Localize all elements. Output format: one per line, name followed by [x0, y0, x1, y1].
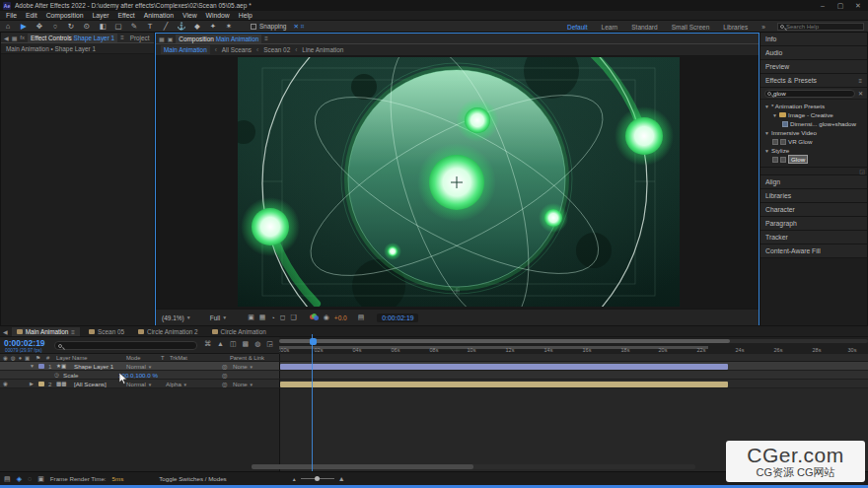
parent-pickwhip-icon[interactable]: ◎ [222, 381, 227, 387]
layer-track[interactable] [279, 380, 868, 387]
layer-name[interactable]: Shape Layer 1 [74, 363, 113, 370]
line-tool-icon[interactable]: ╱ [158, 22, 174, 31]
frame-blending-icon[interactable]: ▩ [243, 340, 250, 348]
close-button[interactable]: ✕ [851, 2, 865, 10]
clone-stamp-tool-icon[interactable]: ◆ [189, 22, 205, 31]
twirl-down-icon[interactable]: ▼ [764, 130, 769, 136]
twirl-down-icon[interactable]: ▼ [772, 112, 777, 118]
twirl-down-icon[interactable]: ▼ [764, 104, 769, 109]
time-navigator-thumb[interactable] [279, 339, 730, 343]
folder-icon[interactable]: ▣ [37, 475, 44, 483]
menu-composition[interactable]: Composition [46, 12, 84, 19]
playhead-line[interactable] [312, 334, 313, 471]
chevron-left-icon[interactable]: ◀ [3, 328, 8, 335]
layer-duration-bar[interactable] [280, 382, 728, 387]
crumb-scean-02[interactable]: Scean 02 [263, 46, 290, 53]
zoom-in-icon[interactable]: ▲ [338, 475, 345, 482]
menu-file[interactable]: File [6, 12, 17, 19]
tree-dimension-glow-shadow[interactable]: Dimensi... glow+shadow [760, 119, 867, 128]
scrollbar-thumb[interactable] [252, 464, 473, 469]
tree-immersive-video[interactable]: ▼ Immersive Video [760, 128, 867, 137]
layer-row-all-sceans[interactable]: ◉ ▶ 2 ▩▩ [All Sceans] Normal ▼ Alpha ▼ ◎… [0, 380, 868, 388]
channel-rgb-icon[interactable] [310, 314, 319, 321]
effects-search-field[interactable] [764, 90, 855, 98]
maximize-button[interactable]: ▢ [833, 2, 847, 10]
composition-canvas[interactable] [238, 57, 680, 307]
adjust-exposure-icon[interactable]: ◉ [324, 314, 329, 321]
property-track[interactable] [279, 371, 868, 379]
resolution-dropdown[interactable]: Full▼ [210, 314, 227, 321]
crumb-main-animation[interactable]: Main Animation [161, 45, 210, 54]
comment-icon[interactable]: ❑ [290, 314, 296, 321]
property-pickwhip-icon[interactable]: ◎ [222, 372, 227, 379]
home-tool-icon[interactable]: ⌂ [0, 22, 16, 31]
col-t[interactable]: T [161, 355, 165, 361]
help-search-input[interactable] [786, 24, 859, 30]
puppet-pin-tool-icon[interactable]: ✶ [221, 22, 237, 31]
trkmat-dropdown[interactable]: Alpha ▼ [166, 381, 187, 387]
time-ruler[interactable]: :00s 02s 04s 06s 08s 10s 12s 14s 16s 18s… [279, 337, 868, 354]
draft-3d-icon[interactable]: ▲ [217, 340, 224, 348]
snapping-options-icon[interactable]: ✕ ⌗ [293, 23, 304, 31]
panel-tracker[interactable]: Tracker [760, 231, 867, 244]
layer-name[interactable]: [All Sceans] [74, 381, 107, 387]
panel-paragraph[interactable]: Paragraph [760, 217, 867, 231]
workspace-standard[interactable]: Standard [631, 24, 657, 31]
snapping-checkbox[interactable] [251, 24, 256, 30]
layer-row-shape-layer-1[interactable]: ▼ 1 ★▣ Shape Layer 1 Normal ▼ ◎ None ▼ [0, 362, 868, 371]
property-name[interactable]: Scale [63, 372, 78, 379]
effects-search-input[interactable] [773, 90, 832, 97]
layer-color-swatch[interactable] [38, 382, 44, 386]
workspace-libraries[interactable]: Libraries [723, 24, 748, 31]
col-mode[interactable]: Mode [126, 355, 141, 361]
region-of-interest-icon[interactable]: ▣ [248, 314, 254, 321]
timeline-search-input[interactable] [64, 343, 182, 349]
col-parent-link[interactable]: Parent & Link [230, 355, 264, 361]
menu-effect[interactable]: Effect [117, 12, 134, 19]
motion-blur-icon[interactable]: ◍ [254, 340, 260, 348]
shy-layers-icon[interactable]: ◫ [230, 340, 237, 348]
minimize-button[interactable]: – [816, 2, 830, 9]
panel-menu-icon[interactable]: ≡ [71, 328, 75, 335]
exposure-value[interactable]: +0.0 [334, 314, 347, 321]
timeline-zoom-slider[interactable]: ▲ ▲ [292, 475, 345, 482]
tree-vr-glow[interactable]: VR Glow [760, 137, 867, 146]
menu-layer[interactable]: Layer [92, 12, 108, 19]
panel-menu-icon[interactable]: ≡ [264, 35, 268, 41]
tree-stylize[interactable]: ▼ Stylize [760, 146, 867, 155]
panel-content-aware-fill[interactable]: Content-Aware Fill [760, 244, 867, 258]
orbit-camera-tool-icon[interactable]: ↻ [63, 22, 79, 31]
magnification-dropdown[interactable]: (49.1%)▼ [162, 314, 191, 321]
playhead-grip[interactable] [310, 338, 317, 345]
toggle-switches-button[interactable]: Toggle Switches / Modes [159, 475, 226, 482]
col-trkmat[interactable]: TrkMat [170, 355, 187, 361]
zoom-slider-knob[interactable] [315, 476, 320, 481]
workspace-learn[interactable]: Learn [602, 24, 618, 31]
panel-preview[interactable]: Preview [760, 60, 867, 74]
mini-flowchart-icon[interactable]: ⌘ [204, 340, 211, 348]
menu-edit[interactable]: Edit [26, 12, 37, 19]
parent-dropdown[interactable]: None ▼ [233, 381, 253, 387]
timeline-tab-main-animation[interactable]: Main Animation ≡ [12, 327, 80, 336]
panel-audio[interactable]: Audio [760, 46, 867, 60]
parent-pickwhip-icon[interactable]: ◎ [222, 363, 227, 370]
twirl-right-icon[interactable]: ▶ [30, 381, 34, 386]
panel-character[interactable]: Character [760, 203, 867, 217]
pen-tool-icon[interactable]: ✎ [126, 22, 142, 31]
snapping-toggle[interactable]: Snapping ✕ ⌗ [251, 23, 304, 31]
roto-brush-tool-icon[interactable]: ✦ [205, 22, 221, 31]
layer-color-swatch[interactable] [38, 364, 44, 369]
menu-animation[interactable]: Animation [144, 12, 174, 19]
type-tool-icon[interactable]: T [142, 22, 158, 31]
work-area-bar[interactable] [279, 346, 708, 349]
timeline-search[interactable] [54, 341, 197, 350]
panel-libraries[interactable]: Libraries [760, 189, 867, 203]
menu-view[interactable]: View [182, 12, 197, 19]
panel-menu-icon[interactable]: ≡ [858, 78, 862, 84]
lock-icon[interactable]: ▣ [168, 35, 174, 42]
shape-tool-icon[interactable]: ▢ [110, 22, 126, 31]
database-icon[interactable]: ▤ [4, 475, 11, 483]
help-search[interactable] [777, 23, 864, 31]
panel-info[interactable]: Info [760, 33, 867, 46]
crumb-all-sceans[interactable]: All Sceans [222, 46, 252, 53]
